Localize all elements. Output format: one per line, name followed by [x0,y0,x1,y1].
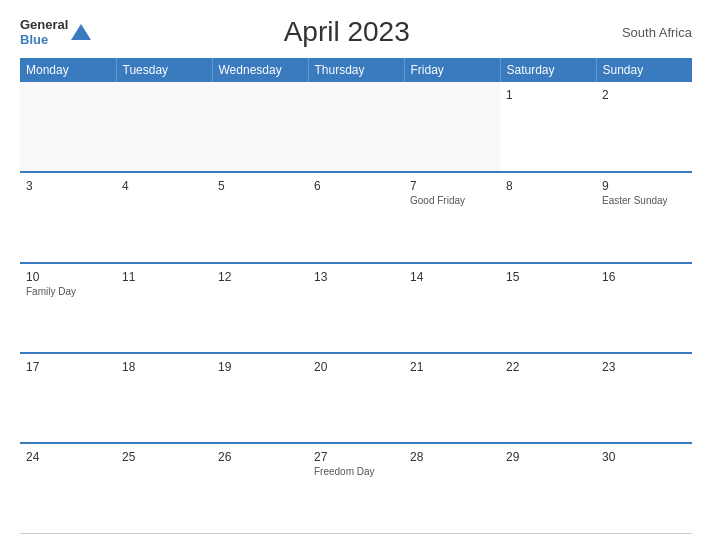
day-header-saturday: Saturday [500,58,596,82]
day-cell [212,82,308,172]
day-cell: 3 [20,172,116,262]
week-row-1: 12 [20,82,692,172]
week-row-2: 34567Good Friday89Easter Sunday [20,172,692,262]
holiday-label: Family Day [26,286,110,297]
day-header-monday: Monday [20,58,116,82]
day-cell [308,82,404,172]
calendar-header: General Blue April 2023 South Africa [20,16,692,48]
holiday-label: Easter Sunday [602,195,686,206]
day-number: 9 [602,179,686,193]
day-cell: 10Family Day [20,263,116,353]
day-cell: 22 [500,353,596,443]
day-cell: 29 [500,443,596,533]
day-headers-row: MondayTuesdayWednesdayThursdayFridaySatu… [20,58,692,82]
day-cell: 8 [500,172,596,262]
day-cell: 2 [596,82,692,172]
day-number: 23 [602,360,686,374]
day-number: 25 [122,450,206,464]
day-number: 24 [26,450,110,464]
day-cell: 24 [20,443,116,533]
day-cell: 7Good Friday [404,172,500,262]
day-number: 30 [602,450,686,464]
day-number: 20 [314,360,398,374]
day-header-tuesday: Tuesday [116,58,212,82]
week-row-3: 10Family Day111213141516 [20,263,692,353]
logo: General Blue [20,17,91,47]
day-cell: 9Easter Sunday [596,172,692,262]
day-number: 19 [218,360,302,374]
day-cell: 18 [116,353,212,443]
day-number: 18 [122,360,206,374]
day-number: 17 [26,360,110,374]
country-label: South Africa [602,25,692,40]
day-cell: 27Freedom Day [308,443,404,533]
day-number: 13 [314,270,398,284]
day-header-friday: Friday [404,58,500,82]
day-number: 15 [506,270,590,284]
day-number: 14 [410,270,494,284]
day-cell: 15 [500,263,596,353]
day-cell: 23 [596,353,692,443]
day-number: 16 [602,270,686,284]
day-header-thursday: Thursday [308,58,404,82]
calendar-title: April 2023 [91,16,602,48]
day-header-sunday: Sunday [596,58,692,82]
day-cell: 1 [500,82,596,172]
day-number: 5 [218,179,302,193]
day-number: 26 [218,450,302,464]
day-cell: 13 [308,263,404,353]
day-number: 6 [314,179,398,193]
holiday-label: Freedom Day [314,466,398,477]
day-cell [20,82,116,172]
day-number: 4 [122,179,206,193]
day-cell: 25 [116,443,212,533]
day-cell: 28 [404,443,500,533]
day-header-wednesday: Wednesday [212,58,308,82]
holiday-label: Good Friday [410,195,494,206]
day-cell: 6 [308,172,404,262]
day-cell: 17 [20,353,116,443]
day-cell: 11 [116,263,212,353]
calendar-table: MondayTuesdayWednesdayThursdayFridaySatu… [20,58,692,534]
day-number: 1 [506,88,590,102]
day-number: 2 [602,88,686,102]
day-number: 28 [410,450,494,464]
day-cell [404,82,500,172]
day-number: 21 [410,360,494,374]
day-number: 3 [26,179,110,193]
day-number: 8 [506,179,590,193]
day-number: 22 [506,360,590,374]
day-cell: 12 [212,263,308,353]
day-number: 29 [506,450,590,464]
day-cell: 4 [116,172,212,262]
day-cell: 26 [212,443,308,533]
week-row-4: 17181920212223 [20,353,692,443]
day-number: 12 [218,270,302,284]
day-number: 7 [410,179,494,193]
day-cell: 20 [308,353,404,443]
day-cell: 21 [404,353,500,443]
day-cell [116,82,212,172]
day-cell: 5 [212,172,308,262]
day-number: 27 [314,450,398,464]
day-number: 11 [122,270,206,284]
week-row-5: 24252627Freedom Day282930 [20,443,692,533]
day-number: 10 [26,270,110,284]
day-cell: 19 [212,353,308,443]
logo-general: General Blue [20,17,68,47]
day-cell: 16 [596,263,692,353]
logo-icon [71,22,91,42]
svg-marker-0 [71,24,91,40]
day-cell: 14 [404,263,500,353]
day-cell: 30 [596,443,692,533]
